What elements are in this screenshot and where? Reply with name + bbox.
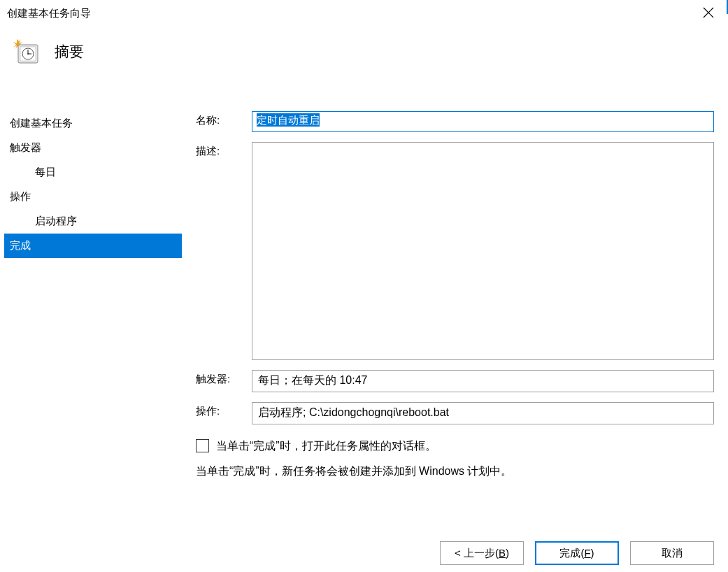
name-row: 名称: 定时自动重启 [196,111,714,132]
content-area: 创建基本任务 触发器 每日 操作 启动程序 完成 名称: 定时自动重启 描述: … [0,111,728,545]
back-button[interactable]: < 上一步(B) [440,541,524,565]
name-value: 定时自动重启 [257,113,320,127]
sidebar-item-finish[interactable]: 完成 [4,234,182,258]
header: 摘要 [0,25,728,73]
svg-point-8 [27,53,29,55]
sidebar-item-daily[interactable]: 每日 [4,160,182,185]
page-title: 摘要 [55,42,84,62]
back-button-label: < 上一步(B) [455,547,509,560]
sidebar-item-action[interactable]: 操作 [4,185,182,209]
name-label: 名称: [196,111,252,127]
summary-panel: 名称: 定时自动重启 描述: 触发器: 每日；在每天的 10:47 操作: 启动… [182,111,728,545]
description-textarea[interactable] [252,142,714,360]
finish-button[interactable]: 完成(F) [535,541,619,565]
description-label: 描述: [196,142,252,158]
close-icon[interactable] [699,7,718,20]
open-properties-row: 当单击“完成”时，打开此任务属性的对话框。 [196,437,714,455]
cancel-button-label: 取消 [662,547,683,560]
open-properties-checkbox[interactable] [196,439,209,452]
action-label: 操作: [196,402,252,418]
button-row: < 上一步(B) 完成(F) 取消 [440,541,714,565]
sidebar-item-start-program[interactable]: 启动程序 [4,209,182,234]
open-properties-label: 当单击“完成”时，打开此任务属性的对话框。 [216,437,436,455]
titlebar: 创建基本任务向导 [0,0,728,25]
description-row: 描述: [196,142,714,360]
sidebar-item-create-task[interactable]: 创建基本任务 [4,111,182,136]
action-value: 启动程序; C:\zidongchognqi\reboot.bat [252,402,714,424]
trigger-row: 触发器: 每日；在每天的 10:47 [196,370,714,392]
wizard-sidebar: 创建基本任务 触发器 每日 操作 启动程序 完成 [0,111,182,545]
clock-wizard-icon [13,38,41,66]
cancel-button[interactable]: 取消 [630,541,714,565]
name-input[interactable]: 定时自动重启 [252,111,714,132]
action-row: 操作: 启动程序; C:\zidongchognqi\reboot.bat [196,402,714,424]
finish-info-text: 当单击“完成”时，新任务将会被创建并添加到 Windows 计划中。 [196,462,714,480]
finish-button-label: 完成(F) [559,547,594,560]
trigger-value: 每日；在每天的 10:47 [252,370,714,392]
window-title: 创建基本任务向导 [7,7,91,20]
trigger-label: 触发器: [196,370,252,386]
sidebar-item-trigger[interactable]: 触发器 [4,136,182,160]
